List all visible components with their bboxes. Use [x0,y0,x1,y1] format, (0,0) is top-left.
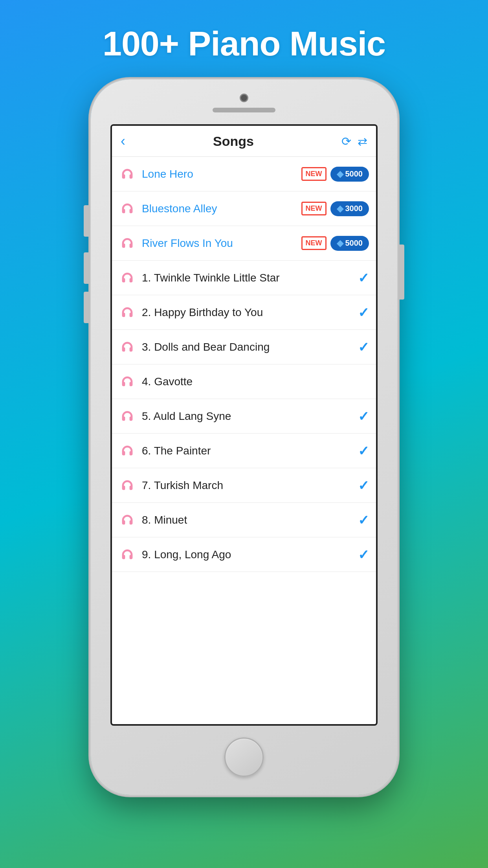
song-list: Lone HeroNEW◆5000 Bluestone AlleyNEW◆300… [112,157,376,724]
headphone-icon [119,373,136,390]
diamond-icon: ◆ [337,169,343,179]
headphone-icon [119,443,136,459]
headphone-icon [119,304,136,321]
page-title: 100+ Piano Music [103,24,385,64]
check-icon: ✓ [358,547,369,563]
shuffle-icon[interactable]: ⇄ [358,134,367,148]
headphone-icon [119,512,136,528]
headphone-icon [119,339,136,355]
list-item[interactable]: 2. Happy Birthday to You✓ [112,295,376,330]
headphone-icon [119,477,136,494]
diamond-badge: ◆5000 [330,167,369,182]
speaker [213,108,275,112]
back-button[interactable]: ‹ [121,133,125,149]
list-item[interactable]: Bluestone AlleyNEW◆3000 [112,191,376,226]
song-name: River Flows In You [142,237,301,250]
check-icon: ✓ [358,408,369,424]
song-name: 2. Happy Birthday to You [142,306,358,319]
list-item[interactable]: 5. Auld Lang Syne✓ [112,399,376,434]
song-name: 4. Gavotte [142,375,369,388]
check-icon: ✓ [358,512,369,528]
song-name: 6. The Painter [142,445,358,457]
list-item[interactable]: 3. Dolls and Bear Dancing✓ [112,330,376,364]
repeat-icon[interactable]: ⟳ [341,134,351,148]
list-item[interactable]: 7. Turkish March✓ [112,468,376,503]
new-badge: NEW [301,202,327,215]
check-icon: ✓ [358,270,369,286]
song-name: 3. Dolls and Bear Dancing [142,341,358,353]
song-name: 5. Auld Lang Syne [142,410,358,423]
phone-top [91,79,397,112]
badge-group: NEW◆5000 [301,167,369,182]
check-icon: ✓ [358,305,369,320]
song-name: Bluestone Alley [142,202,301,215]
list-item[interactable]: 6. The Painter✓ [112,434,376,468]
song-name: 8. Minuet [142,514,358,526]
check-icon: ✓ [358,478,369,493]
list-item[interactable]: 8. Minuet✓ [112,503,376,537]
camera [240,94,248,102]
screen: ‹ Songs ⟳ ⇄ Lone HeroNEW◆5000 Bluestone … [110,124,378,726]
headphone-icon [119,235,136,252]
new-badge: NEW [301,167,327,181]
badge-group: NEW◆5000 [301,236,369,251]
list-item[interactable]: River Flows In YouNEW◆5000 [112,226,376,261]
list-item[interactable]: 1. Twinkle Twinkle Little Star✓ [112,261,376,295]
headphone-icon [119,200,136,217]
diamond-icon: ◆ [337,238,343,248]
headphone-icon [119,546,136,563]
badge-group: NEW◆3000 [301,201,369,216]
song-name: Lone Hero [142,168,301,180]
nav-bar: ‹ Songs ⟳ ⇄ [112,126,376,157]
song-name: 1. Twinkle Twinkle Little Star [142,272,358,284]
headphone-icon [119,408,136,425]
headphone-icon [119,270,136,286]
diamond-icon: ◆ [337,204,343,214]
check-icon: ✓ [358,443,369,459]
song-name: 7. Turkish March [142,479,358,492]
list-item[interactable]: 4. Gavotte [112,364,376,399]
nav-title: Songs [213,134,254,149]
headphone-icon [119,166,136,182]
diamond-badge: ◆3000 [330,201,369,216]
nav-icons: ⟳ ⇄ [341,134,367,148]
check-icon: ✓ [358,339,369,355]
diamond-badge: ◆5000 [330,236,369,251]
list-item[interactable]: 9. Long, Long Ago✓ [112,537,376,572]
song-name: 9. Long, Long Ago [142,548,358,561]
new-badge: NEW [301,236,327,250]
home-button[interactable] [224,737,264,777]
list-item[interactable]: Lone HeroNEW◆5000 [112,157,376,191]
phone-shell: ‹ Songs ⟳ ⇄ Lone HeroNEW◆5000 Bluestone … [91,79,397,795]
